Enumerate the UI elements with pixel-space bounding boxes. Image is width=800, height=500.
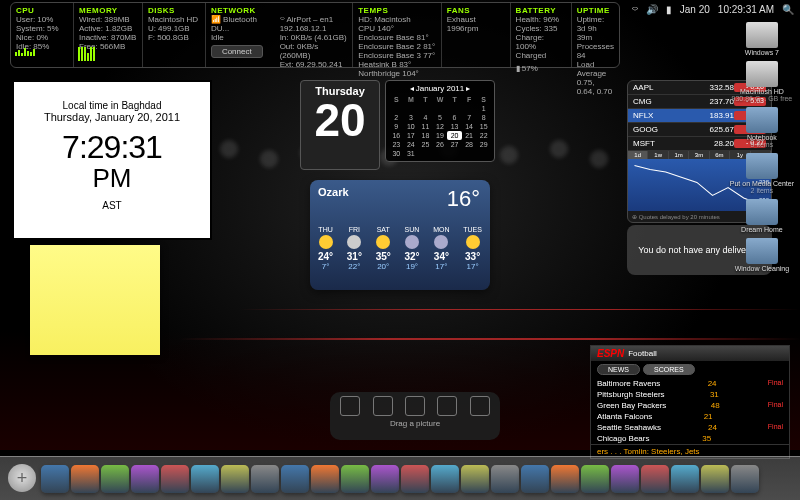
dock-app[interactable] [161, 465, 189, 493]
connect-button[interactable]: Connect [211, 45, 263, 58]
clock-ampm: PM [20, 163, 204, 194]
cal-prev-icon[interactable]: ◂ [410, 84, 414, 93]
dock-app[interactable] [311, 465, 339, 493]
desktop-icon[interactable]: Notebook5 items [730, 107, 794, 148]
istat-temps: TEMPS HD: MacintoshCPU 140°Enclosure Bas… [353, 3, 442, 67]
dock-app[interactable] [101, 465, 129, 493]
battery-icon[interactable]: ▮ [666, 4, 672, 15]
dock-app[interactable] [641, 465, 669, 493]
stocks-tab[interactable]: 3m [689, 151, 709, 159]
world-clock-widget[interactable]: Local time in Baghdad Thursday, January … [12, 80, 212, 240]
stocks-tab[interactable]: 1m [669, 151, 689, 159]
pic-display-icon[interactable] [340, 396, 360, 416]
istat-fans: FANS Exhaust 1996rpm [442, 3, 511, 67]
pic-clock-icon[interactable] [373, 396, 393, 416]
date-number: 20 [305, 97, 375, 143]
pic-target-icon[interactable] [437, 396, 457, 416]
istat-uptime: UPTIME Uptime:3d 9h 39mProcesses84Load A… [572, 3, 619, 67]
stocks-tab[interactable]: 6m [710, 151, 730, 159]
weather-day: SUN32°19° [404, 226, 419, 271]
menubar-date[interactable]: Jan 20 [680, 4, 710, 15]
dock-app[interactable] [461, 465, 489, 493]
desktop-icon[interactable]: Put on Media Center2 items [730, 153, 794, 194]
clock-time: 7:29:31 [20, 131, 204, 163]
dock-app[interactable] [611, 465, 639, 493]
pic-crop-icon[interactable] [470, 396, 490, 416]
dock-app[interactable] [671, 465, 699, 493]
menubar-time[interactable]: 10:29:31 AM [718, 4, 774, 15]
dock-app[interactable] [401, 465, 429, 493]
stocks-tab[interactable]: 1d [628, 151, 648, 159]
dock-app[interactable] [701, 465, 729, 493]
dock-app[interactable] [521, 465, 549, 493]
weather-day: MON34°17° [433, 226, 449, 271]
dock-app[interactable] [71, 465, 99, 493]
istat-disks: DISKS Macintosh HDU: 499.1GBF: 500.8GB [143, 3, 206, 67]
clock-tz: AST [20, 200, 204, 211]
dock-app[interactable] [551, 465, 579, 493]
espn-game-row[interactable]: Green Bay Packers48Final [591, 400, 789, 411]
weather-temp: 16° [447, 186, 480, 212]
dock-app[interactable] [371, 465, 399, 493]
desktop-icon[interactable]: Macintosh HD930.86 G... GB free [730, 61, 794, 102]
espn-tab-scores[interactable]: SCORES [643, 364, 695, 375]
istat-battery: BATTERY Health: 96%Cycles: 335Charge: 10… [511, 3, 572, 67]
dock-app[interactable] [131, 465, 159, 493]
dock-app[interactable] [41, 465, 69, 493]
espn-game-row[interactable]: Chicago Bears35 [591, 433, 789, 444]
picbar-label: Drag a picture [334, 419, 496, 428]
calendar-grid: SMTWTFS123456789101112131415161718192021… [389, 95, 491, 158]
istat-panel: CPU User: 10%System: 5%Nice: 0%Idle: 85%… [10, 2, 620, 68]
clock-location: Local time in Baghdad [20, 100, 204, 111]
dock[interactable] [0, 456, 800, 500]
dock-app[interactable] [251, 465, 279, 493]
istat-network: NETWORK 📶 Bluetooth DU... Idle Connect ⌔… [206, 3, 353, 67]
sticky-note-widget[interactable] [30, 245, 160, 355]
istat-cpu: CPU User: 10%System: 5%Nice: 0%Idle: 85% [11, 3, 74, 67]
espn-game-row[interactable]: Pittsburgh Steelers31 [591, 389, 789, 400]
dock-app[interactable] [341, 465, 369, 493]
dock-app[interactable] [281, 465, 309, 493]
dock-app[interactable] [731, 465, 759, 493]
dock-app[interactable] [491, 465, 519, 493]
espn-game-row[interactable]: Atlanta Falcons21 [591, 411, 789, 422]
date-widget[interactable]: Thursday 20 [300, 80, 380, 170]
wifi-icon[interactable]: ⌔ [632, 4, 638, 15]
menubar: ⌔ 🔊 ▮ Jan 20 10:29:31 AM 🔍 [626, 0, 800, 18]
spotlight-icon[interactable]: 🔍 [782, 4, 794, 15]
weather-widget[interactable]: Ozark 16° THU24°7°FRI31°22°SAT35°20°SUN3… [310, 180, 490, 290]
desktop-icon[interactable]: Window Cleaning [730, 238, 794, 272]
stocks-tab[interactable]: 1w [648, 151, 668, 159]
espn-logo: ESPN [597, 348, 624, 359]
pic-camera-icon[interactable] [405, 396, 425, 416]
picture-frame-widget[interactable]: Drag a picture [330, 392, 500, 440]
dock-app[interactable] [221, 465, 249, 493]
weather-day: TUES33°17° [463, 226, 482, 271]
espn-game-row[interactable]: Baltimore Ravens24Final [591, 378, 789, 389]
dock-app[interactable] [191, 465, 219, 493]
dock-app[interactable] [431, 465, 459, 493]
espn-game-row[interactable]: Seattle Seahawks24Final [591, 422, 789, 433]
istat-memory: MEMORY Wired: 389MBActive: 1.82GBInactiv… [74, 3, 143, 67]
espn-tab-news[interactable]: NEWS [597, 364, 640, 375]
weather-day: THU24°7° [318, 226, 333, 271]
clock-date: Thursday, January 20, 2011 [20, 111, 204, 123]
weather-day: SAT35°20° [376, 226, 391, 271]
volume-icon[interactable]: 🔊 [646, 4, 658, 15]
calendar-widget[interactable]: ◂ January 2011 ▸ SMTWTFS1234567891011121… [385, 80, 495, 162]
cal-month: January 2011 [416, 84, 464, 93]
dock-app[interactable] [581, 465, 609, 493]
weather-day: FRI31°22° [347, 226, 362, 271]
espn-widget[interactable]: ESPNFootball NEWS SCORES Baltimore Raven… [590, 345, 790, 459]
cal-next-icon[interactable]: ▸ [466, 84, 470, 93]
desktop-icon[interactable]: Windows 7 [730, 22, 794, 56]
desktop-icon[interactable]: Dream Home [730, 199, 794, 233]
